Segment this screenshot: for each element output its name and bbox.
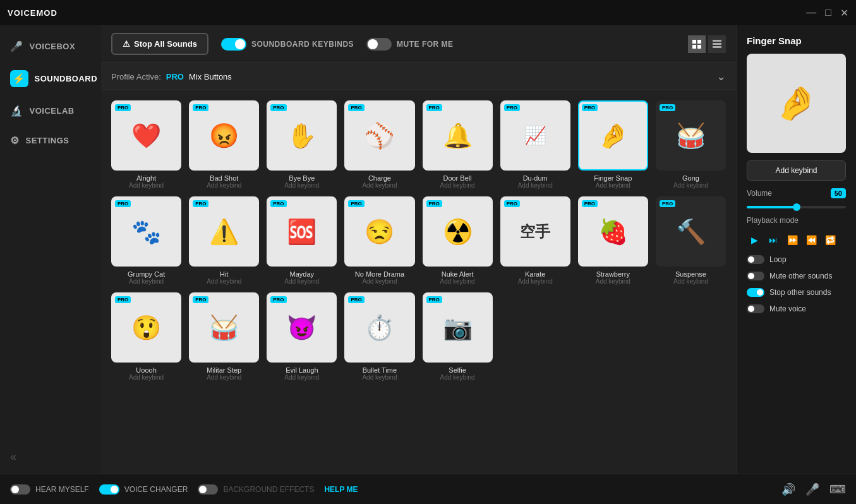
sound-keybind[interactable]: Add keybind xyxy=(673,182,708,189)
sound-keybind[interactable]: Add keybind xyxy=(518,182,553,189)
stop-all-button[interactable]: ⚠ Stop All Sounds xyxy=(111,33,208,55)
sound-item[interactable]: PRO✋Bye ByeAdd keybind xyxy=(267,100,337,189)
sound-card[interactable]: PRO😈 xyxy=(267,292,337,363)
sound-keybind[interactable]: Add keybind xyxy=(362,182,397,189)
sound-item[interactable]: PRO🍓StrawberryAdd keybind xyxy=(578,196,648,285)
sidebar-item-voicelab[interactable]: 🔬 VOICELAB xyxy=(0,96,101,126)
sound-item[interactable]: PRO😲UooohAdd keybind xyxy=(111,292,181,381)
sound-keybind[interactable]: Add keybind xyxy=(129,374,164,381)
voice-changer-toggle[interactable] xyxy=(99,484,119,495)
sound-item[interactable]: PRO🆘MaydayAdd keybind xyxy=(267,196,337,285)
sidebar-item-settings[interactable]: ⚙ SETTINGS xyxy=(0,126,101,155)
sound-keybind[interactable]: Add keybind xyxy=(129,278,164,285)
sound-item[interactable]: PRO📷SelfieAdd keybind xyxy=(423,292,493,381)
bottom-icons: 🔊 🎤 ⌨ xyxy=(781,483,846,496)
sound-keybind[interactable]: Add keybind xyxy=(129,182,164,189)
volume-slider[interactable] xyxy=(747,206,846,208)
sidebar-collapse-button[interactable]: « xyxy=(0,440,101,474)
sound-keybind[interactable]: Add keybind xyxy=(596,182,630,189)
sound-card[interactable]: PRO📈 xyxy=(500,100,570,171)
sound-keybind[interactable]: Add keybind xyxy=(440,278,475,285)
sound-card[interactable]: PRO✋ xyxy=(267,100,337,171)
rewind-button[interactable]: ⏪ xyxy=(804,232,819,248)
sound-keybind[interactable]: Add keybind xyxy=(207,278,241,285)
sound-card[interactable]: PRO😲 xyxy=(111,292,181,363)
sound-card[interactable]: PRO☢️ xyxy=(423,196,493,267)
sound-keybind[interactable]: Add keybind xyxy=(596,278,630,285)
play-button[interactable]: ▶ xyxy=(747,232,762,248)
list-view-button[interactable] xyxy=(708,35,726,53)
sound-keybind[interactable]: Add keybind xyxy=(207,374,241,381)
sound-item[interactable]: PRO🤌Finger SnapAdd keybind xyxy=(578,100,648,189)
sound-card[interactable]: PRO⚠️ xyxy=(189,196,259,267)
minimize-button[interactable]: — xyxy=(806,7,816,19)
sound-card[interactable]: PRO⏱️ xyxy=(344,292,414,363)
sound-item[interactable]: PRO☢️Nuke AlertAdd keybind xyxy=(423,196,493,285)
sound-item[interactable]: PRO😒No More DramaAdd keybind xyxy=(344,196,414,285)
sound-card[interactable]: PRO🆘 xyxy=(267,196,337,267)
sound-card[interactable]: PRO🔔 xyxy=(423,100,493,171)
sound-item[interactable]: PRO空手KarateAdd keybind xyxy=(500,196,570,285)
bg-effects-toggle[interactable] xyxy=(198,484,218,495)
sound-keybind[interactable]: Add keybind xyxy=(673,278,708,285)
sound-item[interactable]: PRO🥁Militar StepAdd keybind xyxy=(189,292,259,381)
sidebar-item-soundboard[interactable]: ⚡ SOUNDBOARD xyxy=(0,61,101,96)
content-area: ⚠ Stop All Sounds SOUNDBOARD KEYBINDS MU… xyxy=(101,25,736,474)
sound-card[interactable]: PRO❤️ xyxy=(111,100,181,171)
profile-bar[interactable]: Profile Active: PRO Mix Buttons ⌄ xyxy=(101,63,736,90)
keybinds-toggle[interactable] xyxy=(221,38,246,51)
mute-sounds-option: Mute other sounds xyxy=(747,272,846,280)
repeat-button[interactable]: 🔁 xyxy=(823,232,838,248)
maximize-button[interactable]: □ xyxy=(825,7,831,19)
sound-card[interactable]: PRO🐾 xyxy=(111,196,181,267)
sound-card[interactable]: PRO🔨 xyxy=(656,196,726,267)
sound-item[interactable]: PRO🐾Grumpy CatAdd keybind xyxy=(111,196,181,285)
sound-item[interactable]: PRO😈Evil LaughAdd keybind xyxy=(267,292,337,381)
volume-icon[interactable]: 🔊 xyxy=(781,483,795,496)
sound-keybind[interactable]: Add keybind xyxy=(440,374,475,381)
sidebar-item-voicebox[interactable]: 🎤 VOICEBOX xyxy=(0,32,101,61)
sound-card[interactable]: PRO😡 xyxy=(189,100,259,171)
sound-item[interactable]: PRO❤️AlrightAdd keybind xyxy=(111,100,181,189)
sound-card[interactable]: PRO⚾ xyxy=(344,100,414,171)
sound-card[interactable]: PRO空手 xyxy=(500,196,570,267)
sound-card[interactable]: PRO🤌 xyxy=(578,100,648,171)
pro-badge: PRO xyxy=(270,104,286,111)
help-me-button[interactable]: HELP ME xyxy=(324,485,358,494)
sound-item[interactable]: PRO🔨SuspenseAdd keybind xyxy=(656,196,726,285)
mute-toggle[interactable] xyxy=(366,38,392,51)
sound-keybind[interactable]: Add keybind xyxy=(284,182,319,189)
keyboard-icon[interactable]: ⌨ xyxy=(829,483,846,496)
step-forward-button[interactable]: ⏩ xyxy=(785,232,800,248)
sound-card[interactable]: PRO🍓 xyxy=(578,196,648,267)
sound-keybind[interactable]: Add keybind xyxy=(207,182,241,189)
mute-label: MUTE FOR ME xyxy=(397,40,454,49)
sound-card[interactable]: PRO📷 xyxy=(423,292,493,363)
stop-sounds-toggle[interactable] xyxy=(747,288,764,297)
sound-item[interactable]: PRO😡Bad ShotAdd keybind xyxy=(189,100,259,189)
add-keybind-button[interactable]: Add keybind xyxy=(747,160,846,181)
sound-item[interactable]: PRO⚾ChargeAdd keybind xyxy=(344,100,414,189)
play-pause-button[interactable]: ⏭ xyxy=(766,232,781,248)
sound-item[interactable]: PRO🥁GongAdd keybind xyxy=(656,100,726,189)
hear-myself-toggle[interactable] xyxy=(10,484,30,495)
sound-item[interactable]: PRO⏱️Bullet TimeAdd keybind xyxy=(344,292,414,381)
grid-view-button[interactable] xyxy=(688,35,706,53)
sound-keybind[interactable]: Add keybind xyxy=(284,278,319,285)
sound-keybind[interactable]: Add keybind xyxy=(518,278,553,285)
sound-keybind[interactable]: Add keybind xyxy=(362,374,397,381)
sound-card[interactable]: PRO🥁 xyxy=(189,292,259,363)
sound-item[interactable]: PRO🔔Door BellAdd keybind xyxy=(423,100,493,189)
sound-card[interactable]: PRO😒 xyxy=(344,196,414,267)
sound-keybind[interactable]: Add keybind xyxy=(284,374,319,381)
mute-voice-toggle[interactable] xyxy=(747,304,764,313)
mute-sounds-toggle[interactable] xyxy=(747,272,764,280)
close-button[interactable]: ✕ xyxy=(840,7,848,19)
sound-keybind[interactable]: Add keybind xyxy=(362,278,397,285)
loop-toggle[interactable] xyxy=(747,255,764,264)
sound-item[interactable]: PRO⚠️HitAdd keybind xyxy=(189,196,259,285)
microphone-icon[interactable]: 🎤 xyxy=(805,483,819,496)
sound-card[interactable]: PRO🥁 xyxy=(656,100,726,171)
sound-keybind[interactable]: Add keybind xyxy=(440,182,475,189)
sound-item[interactable]: PRO📈Du-dumAdd keybind xyxy=(500,100,570,189)
